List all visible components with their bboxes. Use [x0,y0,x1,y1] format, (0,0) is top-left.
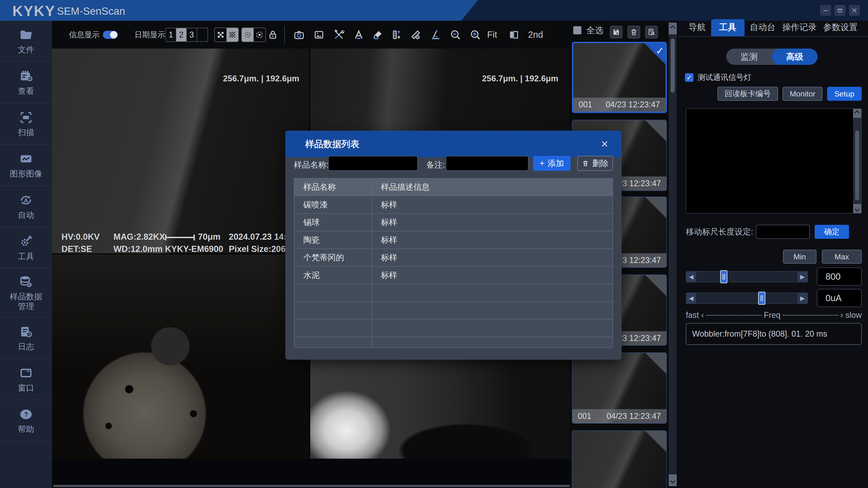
page-2-button[interactable]: 2 [176,28,187,41]
dialog-close-button[interactable] [599,138,610,150]
table-row[interactable]: 水泥 标样 [294,267,613,284]
sidebar-item-label: 文件 [8,45,44,55]
slider-right-arrow[interactable]: ▶ [798,271,807,282]
angle-measure-button[interactable] [430,29,441,40]
select-all-checkbox[interactable] [573,26,581,34]
tab-navigation[interactable]: 导航 [687,19,707,36]
max-button[interactable]: Max [822,250,862,264]
pattern-dense-button[interactable] [226,28,238,41]
table-row[interactable] [294,337,613,348]
setup-button[interactable]: Setup [827,87,862,101]
scroll-up-button[interactable] [669,23,677,34]
tab-auto-stage[interactable]: 自动台 [748,19,777,36]
reduced-area-button[interactable] [242,28,254,41]
table-row[interactable]: 碳喷漆 标样 [294,196,613,214]
dialog-title-bar[interactable]: 样品数据列表 [285,131,622,157]
window-icon [19,366,33,380]
second-view-button[interactable]: 2nd [528,30,543,40]
table-row[interactable]: 锡球 标样 [294,214,613,231]
sidebar-item-tools[interactable]: 工具 [0,227,52,269]
slider-right-arrow[interactable]: ▶ [798,293,807,303]
close-button[interactable] [849,5,860,16]
pattern-sparse-button[interactable] [215,28,226,41]
slider-left-arrow[interactable]: ◀ [686,271,696,282]
measure-button[interactable] [410,29,421,40]
slider-thumb[interactable] [720,270,727,283]
tab-operation-log[interactable]: 操作记录 [781,19,818,36]
scrollbar-thumb[interactable] [855,130,859,200]
note-input[interactable] [446,156,528,171]
page-4-button[interactable] [197,28,208,41]
page-3-button[interactable]: 3 [187,28,197,41]
test-signal-checkbox[interactable]: ✓ [685,73,693,82]
info-display-toggle[interactable] [103,31,118,39]
delete-sample-button[interactable]: 删除 [577,156,613,171]
image-adjust-button[interactable] [313,29,324,40]
cell-name [294,337,372,348]
slider-left-arrow[interactable]: ◀ [686,293,696,303]
scroll-down-button[interactable] [853,204,861,213]
sidebar-item-help[interactable]: ? 帮助 [0,400,52,442]
minimize-button[interactable] [820,5,831,16]
table-row[interactable] [294,284,613,302]
ruler-text-button[interactable] [391,29,402,40]
value-slider-2[interactable]: ◀ ▶ [686,293,808,304]
thumbnail-card[interactable]: ✓ 00104/23 12:23:47 [572,42,667,113]
lock-button[interactable] [267,29,278,40]
readback-board-button[interactable]: 回读板卡编号 [717,87,778,101]
table-row[interactable]: 陶瓷 标样 [294,231,613,249]
output-scrollbar[interactable] [853,109,861,213]
slider-2-value[interactable]: 0uA [817,289,862,307]
table-row[interactable] [294,320,613,337]
sidebar-item-scan[interactable]: 扫描 [0,103,52,144]
fit-button[interactable]: Fit [487,30,497,40]
sidebar-item-log[interactable]: 日志 [0,318,52,359]
thumbnail-card[interactable] [572,430,667,488]
table-row[interactable] [294,302,613,320]
min-button[interactable]: Min [783,250,816,264]
split-view-button[interactable] [508,29,520,40]
sample-name-input[interactable] [328,156,418,171]
sidebar-item-file[interactable]: 文件 [0,21,52,62]
mode-advanced-button[interactable]: 高级 [772,48,817,65]
full-frame-button[interactable] [254,28,266,41]
thumbnail-scrollbar[interactable] [669,23,677,486]
sidebar-item-sample-data[interactable]: 样品数据管理 [0,269,52,318]
thumbnail-card[interactable]: 00104/23 12:23:47 [572,352,667,424]
scroll-down-button[interactable] [669,475,677,486]
delete-images-button[interactable] [627,26,640,38]
tab-parameters[interactable]: 参数设置 [822,19,859,36]
maximize-button[interactable] [835,5,845,16]
tab-tools[interactable]: 工具 [711,19,745,36]
cell-name: 陶瓷 [294,231,372,249]
confirm-button[interactable]: 确定 [815,225,849,239]
image-tools-button[interactable] [333,29,344,40]
sidebar-item-view[interactable]: 查看 [0,62,52,103]
mode-monitor-button[interactable]: 监测 [726,48,772,65]
sample-data-dialog: 样品数据列表 样品名称: 备注: + 添加 删除 样品名称 样品描述信息 [285,131,622,360]
scrollbar-thumb[interactable] [671,38,675,93]
cell-desc: 标样 [372,196,613,213]
pen-annotation-button[interactable] [372,29,383,40]
sidebar-item-window[interactable]: 窗口 [0,359,52,400]
add-sample-button[interactable]: + 添加 [533,156,570,171]
sem-image-top-left[interactable]: 256.7μm. | 192.6μm HV:0.0KV MAG:2.82KX 7… [52,48,309,254]
slider-1-value[interactable]: 800 [817,267,862,286]
save-images-button[interactable] [610,26,622,38]
page-1-button[interactable]: 1 [166,28,176,41]
view-report-button[interactable] [645,26,658,38]
zoom-out-button[interactable] [450,29,461,40]
sidebar-item-auto[interactable]: A 自动 [0,186,52,227]
value-slider-1[interactable]: ◀ ▶ [686,271,808,283]
zoom-in-button[interactable] [470,29,481,40]
monitor-button[interactable]: Monitor [782,87,823,101]
sidebar-item-graphics[interactable]: 图形图像 [0,144,52,186]
capture-photo-button[interactable] [293,29,305,40]
ruler-length-input[interactable] [756,225,810,239]
text-annotation-button[interactable] [353,29,364,40]
table-row[interactable]: 个梵蒂冈的 标样 [294,249,613,267]
scroll-up-button[interactable] [853,109,861,118]
slider-thumb[interactable] [758,292,765,305]
monitor-output-box[interactable] [686,108,862,214]
chamber-camera-view[interactable] [52,254,309,459]
